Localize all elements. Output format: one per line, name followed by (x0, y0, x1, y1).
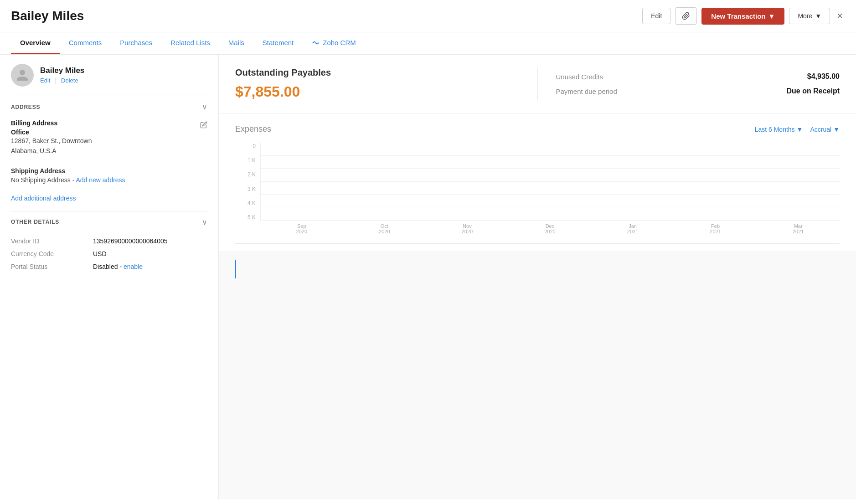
vertical-bar-indicator (235, 260, 236, 278)
portal-status-label: Portal Status (11, 263, 84, 270)
vendor-id-label: Vendor ID (11, 237, 84, 245)
tab-comments[interactable]: Comments (60, 32, 111, 54)
billing-address-label: Billing Address (11, 119, 92, 127)
payables-left: Outstanding Payables $7,855.00 (235, 67, 538, 100)
avatar (11, 64, 34, 87)
chart-divider (235, 243, 840, 244)
x-label-jan: Jan2021 (627, 223, 638, 234)
expenses-chart: 5 K 4 K 3 K 2 K 1 K 0 Sep2020 (240, 143, 840, 234)
x-label-oct: Oct2020 (379, 223, 390, 234)
close-button[interactable]: × (835, 8, 845, 24)
currency-code-value: USD (93, 250, 107, 257)
y-label-0: 0 (240, 143, 256, 149)
period-chevron-icon: ▼ (797, 126, 803, 133)
shipping-address-block: Shipping Address No Shipping Address - A… (11, 164, 207, 191)
payables-section: Outstanding Payables $7,855.00 Unused Cr… (219, 55, 856, 113)
other-details-header[interactable]: OTHER DETAILS ∨ (11, 211, 207, 231)
y-label-2k: 2 K (240, 171, 256, 178)
profile-section: Bailey Miles Edit | Delete (11, 64, 207, 87)
period-filter-button[interactable]: Last 6 Months ▼ (755, 126, 803, 133)
vendor-id-row: Vendor ID 135926900000000064005 (11, 235, 207, 247)
other-details-title: OTHER DETAILS (11, 219, 59, 225)
address-section-title: ADDRESS (11, 104, 40, 110)
expenses-filters: Last 6 Months ▼ Accrual ▼ (755, 126, 840, 133)
basis-chevron-icon: ▼ (833, 126, 840, 133)
chart-y-axis: 5 K 4 K 3 K 2 K 1 K 0 (240, 143, 256, 221)
grid-line-3k (261, 181, 840, 182)
bottom-section (219, 251, 856, 288)
more-chevron-icon: ▼ (815, 12, 821, 20)
profile-delete-link[interactable]: Delete (61, 77, 78, 84)
sidebar: Bailey Miles Edit | Delete ADDRESS ∨ Bil… (0, 55, 219, 499)
payment-due-value: Due on Receipt (787, 87, 840, 95)
other-details-content: Vendor ID 135926900000000064005 Currency… (11, 231, 207, 273)
grid-line-5k (261, 155, 840, 156)
x-label-sep: Sep2020 (296, 223, 307, 234)
tab-zoho-crm[interactable]: Zoho CRM (303, 32, 365, 54)
add-new-address-link[interactable]: Add new address (76, 176, 125, 184)
tab-related-lists[interactable]: Related Lists (161, 32, 219, 54)
billing-address-line1: 12867, Baker St., Downtown (11, 136, 92, 146)
more-button[interactable]: More ▼ (789, 8, 830, 24)
y-label-5k: 5 K (240, 214, 256, 221)
currency-code-label: Currency Code (11, 250, 84, 257)
expenses-header: Expenses Last 6 Months ▼ Accrual ▼ (235, 124, 840, 134)
chart-x-labels: Sep2020 Oct2020 Nov2020 Dec2020 Jan2021 … (260, 223, 840, 234)
x-label-nov: Nov2020 (462, 223, 473, 234)
unused-credits-row: Unused Credits $4,935.00 (556, 72, 840, 81)
address-chevron-icon: ∨ (202, 103, 207, 111)
payment-due-label: Payment due period (556, 87, 617, 95)
top-bar: Bailey Miles Edit New Transaction ▼ More… (0, 0, 856, 32)
tab-mails[interactable]: Mails (219, 32, 253, 54)
x-label-dec: Dec2020 (544, 223, 555, 234)
tab-overview[interactable]: Overview (11, 32, 60, 54)
profile-actions: Edit | Delete (40, 77, 84, 84)
other-details-chevron-icon: ∨ (202, 218, 207, 226)
grid-line-1k (261, 207, 840, 207)
payment-due-row: Payment due period Due on Receipt (556, 87, 840, 95)
page-title: Bailey Miles (11, 9, 84, 23)
shipping-address-text: No Shipping Address - Add new address (11, 176, 207, 184)
profile-info: Bailey Miles Edit | Delete (40, 66, 84, 84)
action-buttons: Edit New Transaction ▼ More ▼ × (642, 7, 845, 25)
portal-status-row: Portal Status Disabled - enable (11, 260, 207, 273)
portal-status-value: Disabled - enable (93, 263, 143, 270)
y-label-3k: 3 K (240, 186, 256, 192)
grid-line-2k (261, 194, 840, 195)
tab-purchases[interactable]: Purchases (111, 32, 161, 54)
expenses-title: Expenses (235, 124, 271, 134)
zoho-crm-icon (312, 40, 320, 46)
y-label-4k: 4 K (240, 200, 256, 206)
billing-address-edit-icon[interactable] (200, 121, 207, 130)
payables-right: Unused Credits $4,935.00 Payment due per… (538, 67, 840, 100)
basis-filter-button[interactable]: Accrual ▼ (810, 126, 840, 133)
billing-address-block: Billing Address Office 12867, Baker St.,… (11, 116, 207, 164)
shipping-address-label: Shipping Address (11, 167, 207, 175)
x-label-feb: Feb2021 (710, 223, 721, 234)
chart-plot-area (260, 143, 840, 221)
attachment-button[interactable] (675, 7, 697, 25)
dropdown-chevron-icon: ▼ (768, 12, 775, 20)
profile-edit-link[interactable]: Edit (40, 77, 50, 84)
main-content: Bailey Miles Edit | Delete ADDRESS ∨ Bil… (0, 55, 856, 499)
billing-address-sub: Office (11, 129, 92, 136)
profile-name: Bailey Miles (40, 66, 84, 75)
unused-credits-value: $4,935.00 (807, 72, 840, 81)
right-panel: Outstanding Payables $7,855.00 Unused Cr… (219, 55, 856, 499)
address-section-header[interactable]: ADDRESS ∨ (11, 96, 207, 116)
expenses-section: Expenses Last 6 Months ▼ Accrual ▼ 5 K (219, 113, 856, 251)
vendor-id-value: 135926900000000064005 (93, 237, 168, 245)
edit-button[interactable]: Edit (642, 8, 670, 24)
currency-code-row: Currency Code USD (11, 247, 207, 260)
tab-statement[interactable]: Statement (253, 32, 303, 54)
grid-line-4k (261, 168, 840, 169)
new-transaction-button[interactable]: New Transaction ▼ (701, 8, 784, 25)
add-additional-address-link[interactable]: Add additional address (11, 195, 207, 202)
payables-title: Outstanding Payables (235, 67, 519, 78)
paperclip-icon (682, 12, 690, 20)
portal-enable-link[interactable]: enable (124, 263, 143, 270)
x-label-mar: Mar2021 (793, 223, 804, 234)
nav-tabs: Overview Comments Purchases Related List… (0, 32, 856, 55)
y-label-1k: 1 K (240, 157, 256, 164)
billing-address-line2: Alabama, U.S.A (11, 146, 92, 156)
